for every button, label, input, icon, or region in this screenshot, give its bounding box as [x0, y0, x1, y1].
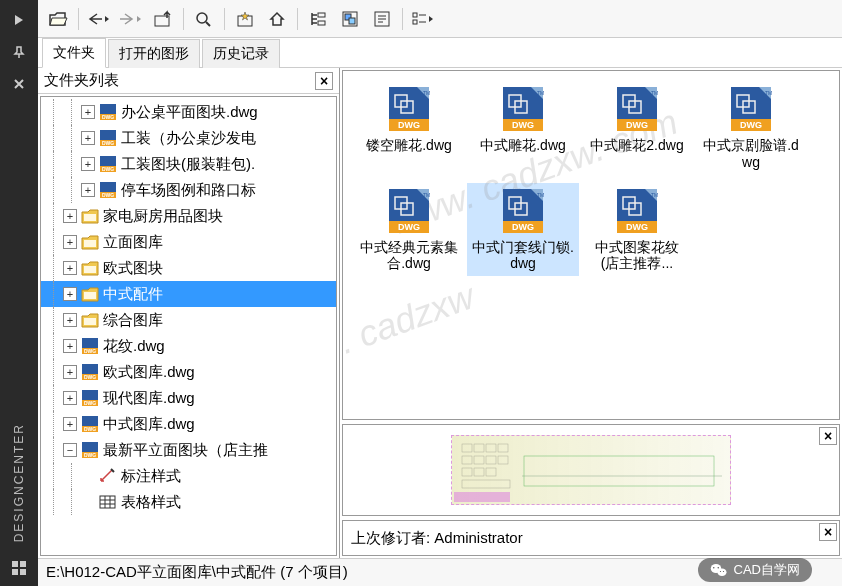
description-pane: 上次修订者: Administrator × — [342, 520, 840, 556]
file-item[interactable]: 中式图案花纹 (店主推荐... — [581, 183, 693, 277]
svg-rect-31 — [413, 20, 417, 24]
dwg-thumb-icon — [611, 85, 663, 133]
close-preview-button[interactable]: × — [819, 427, 837, 445]
tree-item-label: 工装图块(服装鞋包). — [121, 155, 255, 174]
file-icons-view[interactable]: www. cadzxw. com www. cadzxw 镂空雕花.dwg中式雕… — [342, 70, 840, 420]
tree-item-label: 综合图库 — [103, 311, 163, 330]
tree-item[interactable]: +中式图库.dwg — [41, 411, 336, 437]
file-item[interactable]: 镂空雕花.dwg — [353, 81, 465, 175]
tree-item[interactable]: +花纹.dwg — [41, 333, 336, 359]
up-button[interactable] — [149, 5, 177, 33]
search-button[interactable] — [190, 5, 218, 33]
forward-button[interactable] — [117, 5, 145, 33]
svg-rect-41 — [462, 468, 472, 476]
expand-toggle[interactable]: + — [63, 313, 77, 327]
tree-item-label: 现代图库.dwg — [103, 389, 195, 408]
file-item[interactable]: 中式京剧脸谱.dwg — [695, 81, 807, 175]
tree-item[interactable]: +现代图库.dwg — [41, 385, 336, 411]
file-item[interactable]: 中式门套线门锁.dwg — [467, 183, 579, 277]
tree-item[interactable]: −最新平立面图块（店主推 — [41, 437, 336, 463]
svg-rect-24 — [318, 13, 325, 17]
tree-item-label: 办公桌平面图块.dwg — [121, 103, 258, 122]
tree-item[interactable]: +停车场图例和路口标 — [41, 177, 336, 203]
home-button[interactable] — [263, 5, 291, 33]
description-toggle-button[interactable] — [368, 5, 396, 33]
tree-item-label: 中式图库.dwg — [103, 415, 195, 434]
toolbar — [38, 0, 842, 38]
tree-item[interactable]: +办公桌平面图块.dwg — [41, 99, 336, 125]
dwg-thumb-icon — [497, 85, 549, 133]
tree-item[interactable]: 表格样式 — [41, 489, 336, 515]
expand-toggle[interactable]: + — [81, 183, 95, 197]
view-mode-button[interactable] — [409, 5, 437, 33]
favorites-button[interactable] — [231, 5, 259, 33]
svg-rect-39 — [486, 456, 496, 464]
svg-rect-46 — [454, 492, 510, 502]
open-button[interactable] — [44, 5, 72, 33]
svg-point-52 — [722, 571, 723, 572]
tree-item[interactable]: 标注样式 — [41, 463, 336, 489]
pin-icon[interactable] — [9, 42, 29, 62]
expand-toggle[interactable]: + — [63, 261, 77, 275]
tree-toggle-button[interactable] — [304, 5, 332, 33]
tree-item[interactable]: +工装图块(服装鞋包). — [41, 151, 336, 177]
tree-item[interactable]: +立面图库 — [41, 229, 336, 255]
wechat-icon — [710, 562, 728, 578]
svg-rect-32 — [100, 496, 115, 508]
arrow-right-icon[interactable] — [9, 10, 29, 30]
svg-rect-19 — [12, 569, 18, 575]
expand-toggle[interactable]: + — [81, 105, 95, 119]
close-icon[interactable] — [9, 74, 29, 94]
svg-rect-38 — [474, 456, 484, 464]
expand-toggle[interactable]: + — [63, 417, 77, 431]
preview-toggle-button[interactable] — [336, 5, 364, 33]
expand-toggle[interactable]: + — [63, 235, 77, 249]
close-description-button[interactable]: × — [819, 523, 837, 541]
folder-icon — [80, 259, 100, 277]
tree-item-label: 欧式图块 — [103, 259, 163, 278]
tree-item[interactable]: +综合图库 — [41, 307, 336, 333]
tree-item-label: 停车场图例和路口标 — [121, 181, 256, 200]
dwg-thumb-icon — [725, 85, 777, 133]
expand-toggle[interactable]: + — [63, 287, 77, 301]
preview-thumbnail — [451, 435, 731, 505]
dwg-file-icon — [80, 363, 100, 381]
svg-rect-18 — [20, 561, 26, 567]
expand-toggle[interactable]: − — [63, 443, 77, 457]
watermark: www. cadzxw — [342, 275, 480, 388]
tree-item[interactable]: +欧式图块 — [41, 255, 336, 281]
expand-toggle[interactable]: + — [63, 391, 77, 405]
tree-item-label: 中式配件 — [103, 285, 163, 304]
folder-icon — [80, 207, 100, 225]
dwg-file-icon — [98, 103, 118, 121]
tablestyle-icon — [98, 493, 118, 511]
expand-toggle[interactable]: + — [81, 131, 95, 145]
svg-rect-42 — [474, 468, 484, 476]
grid-icon[interactable] — [9, 558, 29, 578]
tab-history[interactable]: 历史记录 — [202, 39, 280, 68]
file-item[interactable]: 中式雕花2.dwg — [581, 81, 693, 175]
folder-tree[interactable]: +办公桌平面图块.dwg+工装（办公桌沙发电+工装图块(服装鞋包).+停车场图例… — [40, 96, 337, 556]
dimstyle-icon — [98, 467, 118, 485]
expand-toggle[interactable]: + — [63, 365, 77, 379]
expand-toggle[interactable]: + — [81, 157, 95, 171]
file-item[interactable]: 中式雕花.dwg — [467, 81, 579, 175]
file-item[interactable]: 中式经典元素集合.dwg — [353, 183, 465, 277]
designcenter-sidebar: DESIGNCENTER — [0, 0, 38, 586]
tree-item[interactable]: +欧式图库.dwg — [41, 359, 336, 385]
tree-item[interactable]: +家电厨房用品图块 — [41, 203, 336, 229]
svg-rect-45 — [524, 456, 714, 486]
close-tree-button[interactable]: × — [315, 72, 333, 90]
svg-rect-28 — [349, 18, 355, 24]
svg-point-49 — [713, 567, 715, 569]
expand-toggle[interactable]: + — [63, 339, 77, 353]
tree-item[interactable]: +中式配件 — [41, 281, 336, 307]
expand-toggle[interactable]: + — [63, 209, 77, 223]
svg-point-22 — [197, 13, 207, 23]
tree-item-label: 表格样式 — [121, 493, 181, 512]
svg-point-51 — [719, 571, 720, 572]
tree-item[interactable]: +工装（办公桌沙发电 — [41, 125, 336, 151]
tab-folders[interactable]: 文件夹 — [42, 38, 106, 68]
back-button[interactable] — [85, 5, 113, 33]
tab-open-drawings[interactable]: 打开的图形 — [108, 39, 200, 68]
